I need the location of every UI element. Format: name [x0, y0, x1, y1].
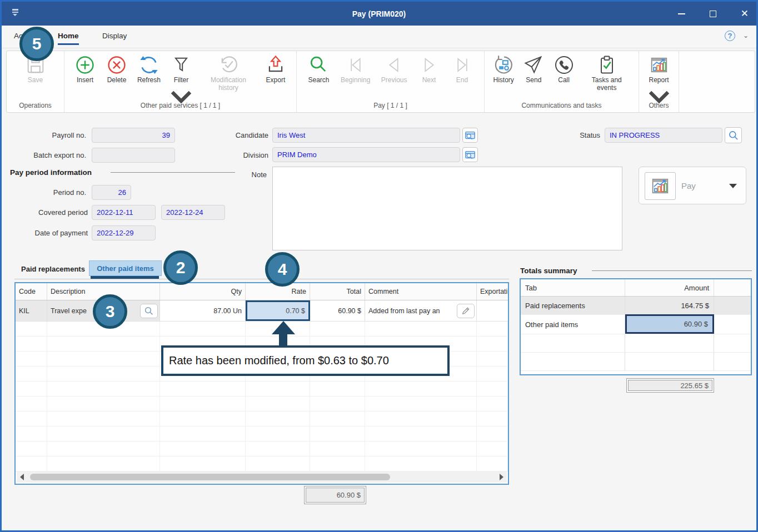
tab-display[interactable]: Display	[102, 32, 127, 43]
close-button[interactable]: ✕	[741, 9, 749, 18]
scrollbar-thumb[interactable]	[30, 474, 390, 480]
division-field[interactable]: PRIM Demo	[272, 147, 460, 162]
tab-total-box: 60.90 $	[304, 486, 366, 504]
modification-history-button[interactable]: Modification history	[202, 54, 255, 92]
batch-export-no-field[interactable]	[92, 148, 175, 163]
period-no-field[interactable]: 26	[92, 185, 131, 200]
previous-icon	[383, 54, 405, 76]
column-header-amount[interactable]: Amount	[625, 279, 714, 296]
filter-button[interactable]: Filter	[170, 54, 192, 108]
totals-header-row: Tab Amount	[521, 279, 751, 297]
cell-total[interactable]: 60.90 $	[310, 300, 365, 321]
maximize-button[interactable]	[710, 11, 716, 17]
tab-other-paid-items[interactable]: Other paid items	[89, 260, 162, 276]
cell-exportation[interactable]	[477, 300, 508, 321]
horizontal-scrollbar[interactable]	[17, 471, 507, 483]
division-lookup-button[interactable]	[462, 147, 478, 162]
pay-view-selector[interactable]: Pay	[639, 167, 746, 204]
group-label: Others	[639, 102, 679, 109]
cell-rate-highlighted[interactable]: 0.70 $	[246, 300, 310, 321]
totals-row-paid-replacements[interactable]: Paid replacements 164.75 $	[521, 297, 751, 315]
insert-button[interactable]: Insert	[74, 54, 96, 84]
history-button[interactable]: History	[492, 54, 515, 84]
totals-summary-heading: Totals summary	[520, 267, 577, 275]
table-empty-row	[16, 322, 508, 337]
table-row[interactable]: KIL Travel expe 87.00 Un 0.70 $ 60.90 $ …	[16, 300, 508, 322]
column-header-qty[interactable]: Qty	[160, 283, 246, 300]
grand-total-value: 225.65 $	[628, 380, 712, 391]
skip-to-beginning-icon	[345, 54, 367, 76]
history-icon	[492, 54, 515, 76]
column-header-code[interactable]: Code	[16, 283, 47, 300]
status-field[interactable]: IN PROGRESS	[605, 128, 722, 143]
totals-row-other-paid-items[interactable]: Other paid items 60.90 $	[521, 315, 751, 334]
column-header-total[interactable]: Total	[310, 283, 365, 300]
period-no-label: Period no.	[24, 188, 86, 197]
note-label: Note	[233, 170, 267, 179]
next-button[interactable]: Next	[418, 54, 440, 84]
skip-to-end-icon	[451, 54, 473, 76]
date-of-payment-field[interactable]: 2022-12-29	[92, 225, 156, 240]
candidate-lookup-button[interactable]	[462, 128, 478, 143]
insert-icon	[74, 54, 96, 76]
report-icon	[648, 54, 670, 76]
call-button[interactable]: Call	[553, 54, 575, 84]
folder-search-icon	[464, 130, 476, 141]
column-header-comment[interactable]: Comment	[365, 283, 477, 300]
delete-icon	[106, 54, 128, 76]
end-button[interactable]: End	[451, 54, 473, 84]
refresh-button[interactable]: Refresh	[137, 54, 161, 84]
candidate-field[interactable]: Iris West	[272, 128, 460, 143]
status-search-button[interactable]	[725, 127, 742, 143]
ribbon: Save Operations Insert Delete	[6, 51, 755, 113]
tasks-and-events-button[interactable]: Tasks and events	[583, 54, 631, 92]
ribbon-group-pay: Search Beginning Previous	[297, 51, 485, 112]
pencil-icon	[461, 306, 471, 316]
totals-amount-highlighted: 60.90 $	[625, 314, 714, 334]
tab-paid-replacements[interactable]: Paid replacements	[21, 265, 85, 273]
export-button[interactable]: Export	[265, 54, 287, 84]
division-label: Division	[230, 151, 268, 159]
cell-comment[interactable]: Added from last pay an	[365, 300, 477, 321]
chevron-down-icon[interactable]: ⌄	[743, 32, 749, 39]
previous-button[interactable]: Previous	[381, 54, 407, 84]
status-label: Status	[557, 131, 600, 139]
comment-edit-button[interactable]	[457, 304, 475, 318]
column-header-extra	[714, 279, 751, 296]
covered-period-from-field[interactable]: 2022-12-11	[92, 205, 156, 220]
modification-history-icon	[217, 54, 240, 76]
send-button[interactable]: Send	[522, 54, 545, 84]
scroll-left-arrow[interactable]	[20, 474, 24, 480]
help-icon[interactable]: ?	[725, 31, 735, 41]
step-badge-2: 2	[163, 250, 198, 285]
search-icon	[307, 54, 330, 76]
cell-qty[interactable]: 87.00 Un	[160, 300, 246, 321]
column-header-exportation[interactable]: Exportati	[477, 283, 508, 300]
table-empty-row	[16, 397, 508, 411]
search-button[interactable]: Search	[307, 54, 330, 84]
grand-total-box: 225.65 $	[626, 378, 714, 393]
refresh-icon	[138, 54, 160, 76]
covered-period-to-field[interactable]: 2022-12-24	[161, 205, 225, 220]
scroll-right-arrow[interactable]	[500, 474, 503, 480]
payroll-no-field[interactable]: 39	[92, 128, 175, 143]
description-lookup-button[interactable]	[140, 304, 158, 318]
report-button[interactable]: Report	[648, 54, 670, 108]
table-empty-row	[16, 441, 508, 456]
table-empty-row	[16, 382, 508, 397]
beginning-button[interactable]: Beginning	[341, 54, 370, 84]
note-field[interactable]	[272, 167, 622, 250]
app-window: Pay (PRIM020) ✕ Actions Home Display ? ⌄…	[0, 0, 758, 532]
group-label: Operations	[7, 102, 64, 109]
pay-period-heading: Pay period information	[10, 168, 92, 177]
minimize-button[interactable]	[678, 13, 685, 14]
tabs-divider	[14, 279, 509, 279]
cell-code[interactable]: KIL	[16, 300, 47, 321]
delete-button[interactable]: Delete	[106, 54, 128, 84]
pay-selector-label: Pay	[681, 181, 696, 190]
step-badge-5: 5	[19, 27, 54, 61]
column-header-tab[interactable]: Tab	[521, 279, 625, 296]
ribbon-group-communications: History Send Call	[485, 51, 639, 112]
tab-home[interactable]: Home	[58, 32, 79, 45]
annotation-callout: Rate has been modified, from $0.63 to $0…	[161, 345, 450, 376]
